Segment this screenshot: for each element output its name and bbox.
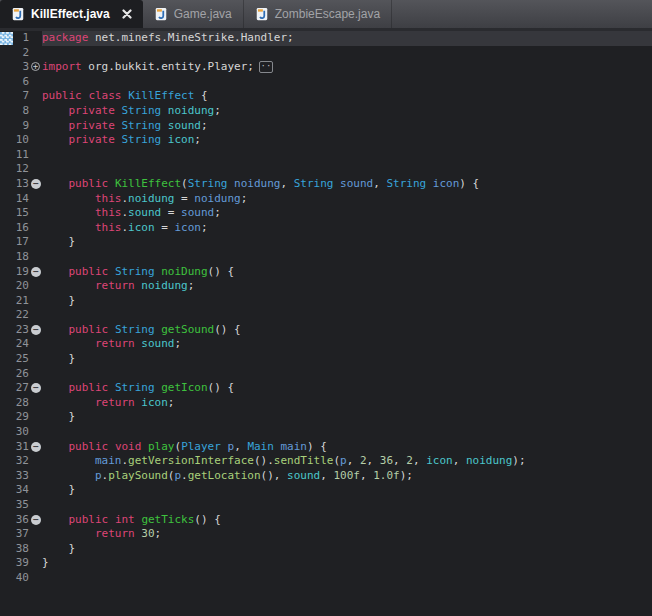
line-number[interactable]: 10: [13, 133, 29, 148]
fold-gutter: [29, 352, 42, 367]
code-line: 24 return sound;: [0, 337, 652, 352]
close-icon[interactable]: [122, 9, 132, 19]
collapsed-code-icon[interactable]: ··: [259, 61, 273, 73]
fold-gutter: −: [29, 177, 42, 192]
line-number[interactable]: 31: [13, 440, 29, 455]
code-text: [42, 250, 652, 265]
line-number[interactable]: 13: [13, 177, 29, 192]
line-number[interactable]: 3: [13, 60, 29, 75]
annotation-gutter: [0, 119, 13, 134]
java-file-icon: [11, 7, 25, 21]
annotation-gutter: [0, 367, 13, 382]
line-number[interactable]: 20: [13, 279, 29, 294]
code-text: }: [42, 542, 652, 557]
annotation-gutter: [0, 542, 13, 557]
line-number[interactable]: 37: [13, 527, 29, 542]
code-area[interactable]: 1package net.minefs.MineStrike.Handler;2…: [0, 31, 652, 616]
line-number[interactable]: 14: [13, 192, 29, 207]
code-line: 10 private String icon;: [0, 133, 652, 148]
fold-gutter: [29, 250, 42, 265]
annotation-gutter: [0, 527, 13, 542]
fold-expanded-icon[interactable]: −: [31, 383, 41, 393]
annotation-gutter: [0, 294, 13, 309]
line-number[interactable]: 2: [13, 46, 29, 61]
code-line: 32 main.getVersionInterface().sendTitle(…: [0, 454, 652, 469]
code-text: public String noiDung() {: [42, 265, 652, 280]
line-number[interactable]: 39: [13, 556, 29, 571]
line-number[interactable]: 26: [13, 367, 29, 382]
line-number[interactable]: 19: [13, 265, 29, 280]
line-number[interactable]: 12: [13, 162, 29, 177]
line-number[interactable]: 1: [13, 31, 29, 46]
line-number[interactable]: 32: [13, 454, 29, 469]
line-number[interactable]: 34: [13, 483, 29, 498]
annotation-gutter: [0, 571, 13, 586]
code-line: 9 private String sound;: [0, 119, 652, 134]
tab-game-java[interactable]: Game.java: [143, 0, 244, 28]
annotation-gutter: [0, 513, 13, 528]
line-number[interactable]: 35: [13, 498, 29, 513]
line-number[interactable]: 40: [13, 571, 29, 586]
line-number[interactable]: 27: [13, 381, 29, 396]
fold-collapsed-icon[interactable]: +: [31, 62, 40, 71]
line-number[interactable]: 28: [13, 396, 29, 411]
line-number[interactable]: 17: [13, 235, 29, 250]
code-text: this.icon = icon;: [42, 221, 652, 236]
line-number[interactable]: 16: [13, 221, 29, 236]
fold-gutter: −: [29, 323, 42, 338]
tab-label: KillEffect.java: [31, 7, 110, 21]
line-number[interactable]: 11: [13, 148, 29, 163]
line-number[interactable]: 33: [13, 469, 29, 484]
line-number[interactable]: 18: [13, 250, 29, 265]
annotation-marker-icon: [0, 32, 13, 45]
annotation-gutter: [0, 454, 13, 469]
line-number[interactable]: 7: [13, 89, 29, 104]
code-text: public void play(Player p, Main main) {: [42, 440, 652, 455]
annotation-gutter: [0, 75, 13, 90]
code-editor-window: KillEffect.javaGame.javaZombieEscape.jav…: [0, 0, 652, 616]
code-text: }: [42, 410, 652, 425]
fold-expanded-icon[interactable]: −: [31, 267, 41, 277]
code-text: }: [42, 556, 652, 571]
code-line: 16 this.icon = icon;: [0, 221, 652, 236]
line-number[interactable]: 24: [13, 337, 29, 352]
line-number[interactable]: 9: [13, 119, 29, 134]
code-line: 13− public KillEffect(String noidung, St…: [0, 177, 652, 192]
code-text: private String icon;: [42, 133, 652, 148]
line-number[interactable]: 23: [13, 323, 29, 338]
code-text: [42, 75, 652, 90]
annotation-gutter: [0, 410, 13, 425]
annotation-gutter: [0, 60, 13, 75]
fold-expanded-icon[interactable]: −: [31, 442, 41, 452]
line-number[interactable]: 15: [13, 206, 29, 221]
code-line: 12: [0, 162, 652, 177]
annotation-gutter: [0, 250, 13, 265]
annotation-gutter: [0, 162, 13, 177]
line-number[interactable]: 30: [13, 425, 29, 440]
line-number[interactable]: 25: [13, 352, 29, 367]
code-text: main.getVersionInterface().sendTitle(p, …: [42, 454, 652, 469]
code-text: return 30;: [42, 527, 652, 542]
line-number[interactable]: 29: [13, 410, 29, 425]
fold-gutter: −: [29, 513, 42, 528]
fold-gutter: [29, 148, 42, 163]
fold-gutter: [29, 396, 42, 411]
line-number[interactable]: 8: [13, 104, 29, 119]
annotation-gutter: [0, 265, 13, 280]
fold-expanded-icon[interactable]: −: [31, 179, 41, 189]
annotation-gutter: [0, 104, 13, 119]
fold-gutter: [29, 542, 42, 557]
annotation-gutter: [0, 206, 13, 221]
line-number[interactable]: 21: [13, 294, 29, 309]
fold-expanded-icon[interactable]: −: [31, 515, 41, 525]
fold-expanded-icon[interactable]: −: [31, 325, 41, 335]
fold-gutter: [29, 483, 42, 498]
annotation-gutter: [0, 235, 13, 250]
tab-zombieescape-java[interactable]: ZombieEscape.java: [244, 0, 392, 28]
line-number[interactable]: 38: [13, 542, 29, 557]
tab-killeffect-java[interactable]: KillEffect.java: [0, 0, 143, 28]
line-number[interactable]: 22: [13, 308, 29, 323]
line-number[interactable]: 36: [13, 513, 29, 528]
line-number[interactable]: 6: [13, 75, 29, 90]
fold-gutter: [29, 162, 42, 177]
